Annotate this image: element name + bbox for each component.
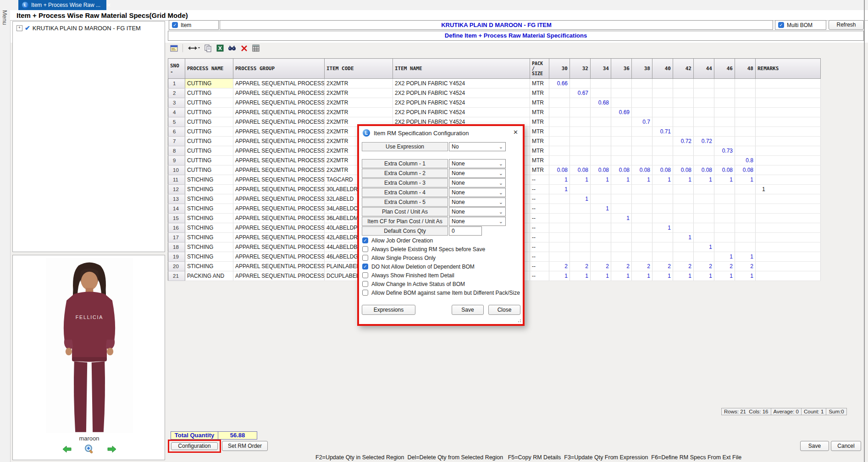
- qty-cell-size-46[interactable]: [714, 137, 735, 146]
- find-icon[interactable]: [228, 44, 236, 52]
- qty-cell-size-30[interactable]: [549, 117, 570, 127]
- process-group-cell[interactable]: APPAREL SEQUENTIAL PROCESS: [233, 223, 325, 233]
- row-number-cell[interactable]: 9: [168, 156, 185, 165]
- qty-cell-size-32[interactable]: [570, 137, 591, 146]
- remarks-cell[interactable]: [756, 223, 821, 233]
- qty-cell-size-30[interactable]: [549, 223, 570, 233]
- qty-cell-size-32[interactable]: [570, 204, 591, 214]
- qty-cell-size-44[interactable]: [694, 233, 714, 242]
- qty-cell-size-30[interactable]: 1: [549, 271, 570, 281]
- pack-size-cell[interactable]: --: [530, 194, 549, 204]
- qty-cell-size-34[interactable]: [591, 185, 611, 194]
- row-number-cell[interactable]: 15: [168, 214, 185, 223]
- qty-cell-size-32[interactable]: [570, 252, 591, 262]
- qty-cell-size-44[interactable]: 2: [694, 262, 714, 271]
- qty-cell-size-46[interactable]: 1: [714, 271, 735, 281]
- qty-cell-size-34[interactable]: [591, 214, 611, 223]
- remarks-cell[interactable]: [756, 194, 821, 204]
- qty-cell-size-32[interactable]: [570, 223, 591, 233]
- process-group-cell[interactable]: APPAREL SEQUENTIAL PROCESS: [233, 242, 325, 252]
- form-icon[interactable]: [170, 44, 178, 52]
- qty-cell-size-38[interactable]: [632, 127, 652, 137]
- qty-cell-size-42[interactable]: [673, 117, 694, 127]
- qty-cell-size-30[interactable]: 1: [549, 175, 570, 185]
- dialog-checkbox[interactable]: [362, 255, 368, 261]
- process-group-cell[interactable]: APPAREL SEQUENTIAL PROCESS: [233, 252, 325, 262]
- row-number-cell[interactable]: 5: [168, 117, 185, 127]
- qty-cell-size-46[interactable]: [714, 214, 735, 223]
- qty-cell-size-36[interactable]: [611, 137, 632, 146]
- tree-expand-icon[interactable]: +: [17, 25, 22, 31]
- qty-cell-size-44[interactable]: [694, 252, 714, 262]
- pack-size-cell[interactable]: --: [530, 214, 549, 223]
- qty-cell-size-46[interactable]: [714, 185, 735, 194]
- pack-size-cell[interactable]: MTR: [530, 156, 549, 165]
- menu-strip[interactable]: Menu: [0, 0, 11, 462]
- qty-cell-size-30[interactable]: [549, 156, 570, 165]
- dialog-checkbox[interactable]: [362, 246, 368, 252]
- qty-cell-size-34[interactable]: [591, 88, 611, 98]
- pack-size-cell[interactable]: --: [530, 204, 549, 214]
- qty-cell-size-46[interactable]: 1: [714, 175, 735, 185]
- qty-cell-size-42[interactable]: [673, 185, 694, 194]
- qty-cell-size-46[interactable]: 2: [714, 262, 735, 271]
- tree-node-label[interactable]: KRUTIKA PLAIN D MAROON - FG ITEM: [33, 25, 141, 32]
- save-button[interactable]: Save: [800, 441, 829, 451]
- qty-cell-size-44[interactable]: [694, 79, 714, 88]
- qty-cell-size-34[interactable]: 1: [591, 175, 611, 185]
- qty-cell-size-30[interactable]: [549, 204, 570, 214]
- dialog-checkbox[interactable]: ✓: [362, 264, 368, 270]
- qty-cell-size-48[interactable]: [735, 204, 756, 214]
- process-group-cell[interactable]: APPAREL SEQUENTIAL PROCESS: [233, 214, 325, 223]
- qty-cell-size-32[interactable]: [570, 127, 591, 137]
- qty-cell-size-44[interactable]: [694, 117, 714, 127]
- qty-cell-size-48[interactable]: [735, 79, 756, 88]
- qty-cell-size-40[interactable]: 0.71: [652, 127, 673, 137]
- process-name-cell[interactable]: CUTTING: [185, 156, 233, 165]
- qty-cell-size-32[interactable]: [570, 233, 591, 242]
- row-number-cell[interactable]: 12: [168, 185, 185, 194]
- qty-cell-size-46[interactable]: [714, 233, 735, 242]
- qty-cell-size-44[interactable]: [694, 204, 714, 214]
- qty-cell-size-34[interactable]: 1: [591, 204, 611, 214]
- process-group-cell[interactable]: APPAREL SEQUENTIAL PROCESS: [233, 79, 325, 88]
- row-number-cell[interactable]: 18: [168, 242, 185, 252]
- process-group-cell[interactable]: APPAREL SEQUENTIAL PROCESS: [233, 165, 325, 175]
- qty-cell-size-30[interactable]: [549, 214, 570, 223]
- qty-cell-size-42[interactable]: [673, 204, 694, 214]
- process-name-cell[interactable]: STICHING: [185, 233, 233, 242]
- qty-cell-size-36[interactable]: [611, 185, 632, 194]
- qty-cell-size-34[interactable]: [591, 233, 611, 242]
- qty-cell-size-36[interactable]: [611, 223, 632, 233]
- qty-cell-size-44[interactable]: [694, 194, 714, 204]
- dialog-title-bar[interactable]: L Item RM Specification Configuration ✕: [359, 126, 523, 140]
- remarks-cell[interactable]: [756, 117, 821, 127]
- qty-cell-size-46[interactable]: 0.08: [714, 165, 735, 175]
- process-name-cell[interactable]: PACKING AND: [185, 271, 233, 281]
- qty-cell-size-38[interactable]: 2: [632, 262, 652, 271]
- dialog-checkbox[interactable]: [362, 281, 368, 287]
- refresh-button[interactable]: Refresh: [829, 20, 864, 30]
- row-number-cell[interactable]: 13: [168, 194, 185, 204]
- process-name-cell[interactable]: STICHING: [185, 194, 233, 204]
- qty-cell-size-44[interactable]: [694, 156, 714, 165]
- qty-cell-size-30[interactable]: [549, 88, 570, 98]
- qty-cell-size-32[interactable]: [570, 98, 591, 108]
- process-name-cell[interactable]: CUTTING: [185, 146, 233, 156]
- field-dropdown[interactable]: None⌄: [449, 188, 506, 197]
- tab-item-process-wise-raw[interactable]: L Item + Process Wise Raw ... ✕: [18, 0, 106, 10]
- qty-cell-size-34[interactable]: [591, 223, 611, 233]
- qty-cell-size-36[interactable]: [611, 127, 632, 137]
- process-name-cell[interactable]: CUTTING: [185, 137, 233, 146]
- dialog-checkbox[interactable]: [362, 272, 368, 278]
- qty-cell-size-36[interactable]: 1: [611, 271, 632, 281]
- qty-cell-size-40[interactable]: [652, 117, 673, 127]
- process-group-cell[interactable]: APPAREL SEQUENTIAL PROCESS: [233, 156, 325, 165]
- grid-icon[interactable]: [252, 44, 260, 52]
- dialog-close-icon[interactable]: ✕: [513, 129, 518, 136]
- remarks-cell[interactable]: [756, 252, 821, 262]
- qty-cell-size-36[interactable]: 1: [611, 175, 632, 185]
- process-group-cell[interactable]: APPAREL SEQUENTIAL PROCESS: [233, 88, 325, 98]
- remarks-cell[interactable]: [756, 242, 821, 252]
- dialog-resize-grip[interactable]: [518, 319, 521, 323]
